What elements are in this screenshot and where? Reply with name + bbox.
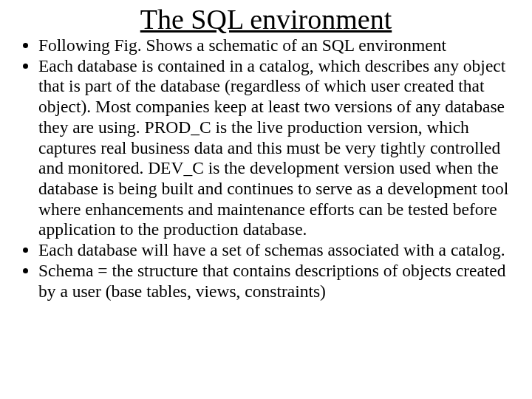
bullet-list: Following Fig. Shows a schematic of an S…	[9, 35, 523, 301]
list-item: Schema = the structure that contains des…	[38, 261, 523, 301]
slide-title: The SQL environment	[9, 3, 523, 35]
list-item: Following Fig. Shows a schematic of an S…	[38, 35, 523, 56]
list-item: Each database will have a set of schemas…	[38, 240, 523, 261]
list-item: Each database is contained in a catalog,…	[38, 56, 523, 240]
slide-content: The SQL environment Following Fig. Shows…	[0, 0, 532, 301]
